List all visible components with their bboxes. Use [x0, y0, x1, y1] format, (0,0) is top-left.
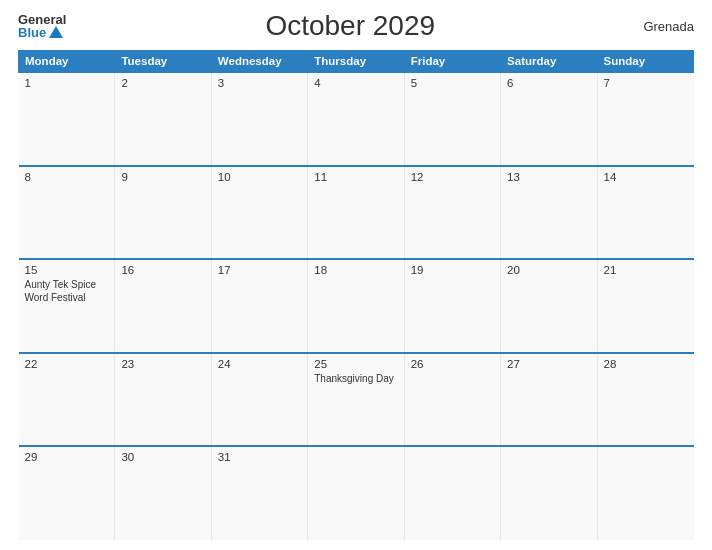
calendar-cell: 23	[115, 353, 211, 447]
calendar-cell: 22	[19, 353, 115, 447]
calendar-cell: 6	[501, 72, 597, 166]
calendar-cell: 29	[19, 446, 115, 540]
day-number: 13	[507, 171, 590, 183]
day-number: 15	[25, 264, 109, 276]
calendar-week-row: 891011121314	[19, 166, 694, 260]
calendar-cell	[501, 446, 597, 540]
header-thursday: Thursday	[308, 51, 404, 73]
calendar-cell: 28	[597, 353, 693, 447]
calendar-cell	[597, 446, 693, 540]
day-number: 20	[507, 264, 590, 276]
day-number: 4	[314, 77, 397, 89]
day-number: 22	[25, 358, 109, 370]
calendar-cell: 2	[115, 72, 211, 166]
calendar-cell: 10	[211, 166, 307, 260]
logo: General Blue	[18, 13, 66, 39]
calendar-cell: 13	[501, 166, 597, 260]
header-sunday: Sunday	[597, 51, 693, 73]
calendar-cell: 4	[308, 72, 404, 166]
day-number: 31	[218, 451, 301, 463]
day-number: 6	[507, 77, 590, 89]
calendar-cell: 21	[597, 259, 693, 353]
header-friday: Friday	[404, 51, 500, 73]
day-number: 16	[121, 264, 204, 276]
header: General Blue October 2029 Grenada	[18, 10, 694, 42]
calendar-cell: 12	[404, 166, 500, 260]
day-number: 11	[314, 171, 397, 183]
day-number: 21	[604, 264, 688, 276]
day-number: 14	[604, 171, 688, 183]
day-number: 30	[121, 451, 204, 463]
calendar-cell: 27	[501, 353, 597, 447]
logo-triangle-icon	[49, 26, 63, 38]
country-label: Grenada	[634, 19, 694, 34]
day-number: 10	[218, 171, 301, 183]
day-number: 3	[218, 77, 301, 89]
day-number: 23	[121, 358, 204, 370]
day-number: 7	[604, 77, 688, 89]
day-number: 9	[121, 171, 204, 183]
weekday-header-row: Monday Tuesday Wednesday Thursday Friday…	[19, 51, 694, 73]
header-tuesday: Tuesday	[115, 51, 211, 73]
calendar-cell: 9	[115, 166, 211, 260]
calendar-cell: 31	[211, 446, 307, 540]
day-number: 12	[411, 171, 494, 183]
day-number: 29	[25, 451, 109, 463]
day-number: 5	[411, 77, 494, 89]
calendar-cell	[308, 446, 404, 540]
calendar-cell: 18	[308, 259, 404, 353]
header-wednesday: Wednesday	[211, 51, 307, 73]
day-number: 25	[314, 358, 397, 370]
calendar-cell: 3	[211, 72, 307, 166]
calendar-cell: 24	[211, 353, 307, 447]
event-label: Thanksgiving Day	[314, 373, 393, 384]
calendar-table: Monday Tuesday Wednesday Thursday Friday…	[18, 50, 694, 540]
logo-blue-text: Blue	[18, 26, 66, 39]
day-number: 26	[411, 358, 494, 370]
calendar-cell: 11	[308, 166, 404, 260]
calendar-page: General Blue October 2029 Grenada Monday…	[0, 0, 712, 550]
calendar-cell: 1	[19, 72, 115, 166]
day-number: 8	[25, 171, 109, 183]
calendar-cell: 15Aunty Tek Spice Word Festival	[19, 259, 115, 353]
day-number: 17	[218, 264, 301, 276]
day-number: 28	[604, 358, 688, 370]
event-label: Aunty Tek Spice Word Festival	[25, 279, 97, 303]
header-saturday: Saturday	[501, 51, 597, 73]
day-number: 1	[25, 77, 109, 89]
calendar-cell: 19	[404, 259, 500, 353]
calendar-title: October 2029	[66, 10, 634, 42]
header-monday: Monday	[19, 51, 115, 73]
day-number: 18	[314, 264, 397, 276]
day-number: 2	[121, 77, 204, 89]
calendar-cell: 5	[404, 72, 500, 166]
calendar-cell: 8	[19, 166, 115, 260]
day-number: 24	[218, 358, 301, 370]
calendar-week-row: 22232425Thanksgiving Day262728	[19, 353, 694, 447]
calendar-cell: 30	[115, 446, 211, 540]
calendar-week-row: 1234567	[19, 72, 694, 166]
calendar-cell: 25Thanksgiving Day	[308, 353, 404, 447]
calendar-cell: 7	[597, 72, 693, 166]
calendar-cell: 26	[404, 353, 500, 447]
calendar-week-row: 15Aunty Tek Spice Word Festival161718192…	[19, 259, 694, 353]
calendar-week-row: 293031	[19, 446, 694, 540]
day-number: 19	[411, 264, 494, 276]
calendar-cell: 16	[115, 259, 211, 353]
calendar-cell	[404, 446, 500, 540]
calendar-cell: 20	[501, 259, 597, 353]
calendar-cell: 17	[211, 259, 307, 353]
calendar-cell: 14	[597, 166, 693, 260]
day-number: 27	[507, 358, 590, 370]
